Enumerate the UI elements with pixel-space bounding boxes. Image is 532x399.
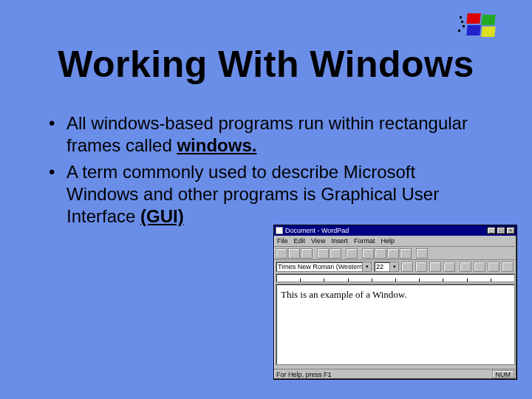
bullet-list: All windows-based programs run within re… (66, 112, 488, 228)
bold-button[interactable] (401, 262, 413, 272)
bullet-item: All windows-based programs run within re… (66, 112, 488, 157)
menu-edit[interactable]: Edit (294, 237, 306, 245)
paste-button[interactable] (387, 248, 399, 259)
font-name-value: Times New Roman (Western) (278, 263, 365, 270)
font-size-combo[interactable]: 22 ▾ (374, 262, 399, 272)
slide-title: Working With Windows (0, 43, 532, 86)
align-right-button[interactable] (488, 262, 499, 272)
menu-insert[interactable]: Insert (331, 237, 348, 245)
status-numlock: NUM (492, 370, 515, 378)
align-left-button[interactable] (460, 262, 471, 272)
new-button[interactable] (276, 248, 287, 259)
save-button[interactable] (301, 248, 313, 259)
ruler[interactable] (276, 273, 515, 282)
find-button[interactable] (346, 248, 358, 259)
standard-toolbar (274, 246, 516, 259)
document-area[interactable]: This is an example of a Window. (276, 284, 515, 365)
copy-button[interactable] (375, 248, 386, 259)
wordpad-window: Document - WordPad _ □ × File Edit View … (273, 225, 517, 380)
document-icon (276, 227, 283, 234)
datetime-button[interactable] (416, 248, 428, 259)
font-name-combo[interactable]: Times New Roman (Western) ▾ (276, 262, 372, 272)
document-text: This is an example of a Window. (281, 289, 407, 300)
menu-format[interactable]: Format (354, 237, 375, 245)
format-toolbar: Times New Roman (Western) ▾ 22 ▾ (274, 259, 516, 273)
menu-view[interactable]: View (311, 237, 325, 245)
bullets-button[interactable] (502, 262, 514, 272)
close-button[interactable]: × (506, 227, 515, 234)
statusbar: For Help, press F1 NUM (274, 369, 516, 379)
color-button[interactable] (443, 262, 455, 272)
bullet-text: A term commonly used to describe Microso… (66, 162, 439, 226)
underline-button[interactable] (429, 262, 441, 272)
menubar: File Edit View Insert Format Help (274, 236, 516, 246)
cut-button[interactable] (362, 248, 374, 259)
italic-button[interactable] (415, 262, 427, 272)
bullet-item: A term commonly used to describe Microso… (66, 161, 488, 228)
titlebar[interactable]: Document - WordPad _ □ × (274, 225, 516, 236)
chevron-down-icon: ▾ (362, 262, 371, 271)
bullet-underline: windows. (177, 135, 256, 155)
align-center-button[interactable] (474, 262, 485, 272)
bullet-text: All windows-based programs run within re… (66, 113, 468, 155)
bullet-underline: (GUI) (140, 206, 184, 226)
minimize-button[interactable]: _ (487, 227, 496, 234)
maximize-button[interactable]: □ (497, 227, 505, 234)
windows-logo-icon (467, 13, 502, 40)
window-title: Document - WordPad (285, 227, 486, 234)
print-button[interactable] (317, 248, 329, 259)
chevron-down-icon: ▾ (389, 262, 398, 271)
open-button[interactable] (288, 248, 300, 259)
menu-help[interactable]: Help (381, 237, 395, 245)
preview-button[interactable] (330, 248, 341, 259)
font-size-value: 22 (376, 263, 383, 270)
undo-button[interactable] (400, 248, 412, 259)
status-help-text: For Help, press F1 (276, 371, 332, 378)
menu-file[interactable]: File (277, 237, 288, 245)
